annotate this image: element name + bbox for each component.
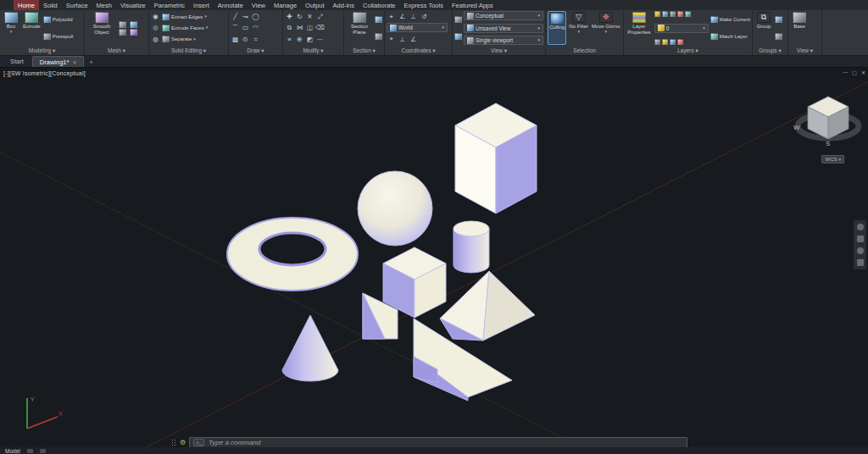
layer-off-icon[interactable] [677, 11, 683, 17]
layer-delete-icon[interactable] [677, 39, 683, 45]
close-icon[interactable]: ✕ [861, 69, 865, 75]
rotate-icon[interactable]: ↻ [295, 12, 304, 21]
torus-shape[interactable] [227, 218, 358, 291]
orbit-icon[interactable] [857, 259, 864, 266]
match-layer-button[interactable]: Match Layer [710, 33, 750, 40]
sphere-shape[interactable] [358, 171, 432, 246]
tab-annotate[interactable]: Annotate [214, 0, 248, 10]
ungroup-icon[interactable] [775, 33, 782, 40]
layer-lock-icon[interactable] [670, 11, 676, 17]
subtract-icon[interactable]: ◎ [151, 23, 160, 32]
extract-edges-button[interactable]: Extract Edges ▾ [162, 14, 208, 20]
ucs-axes-icon[interactable]: Y X [5, 393, 64, 435]
ucs-angle-icon[interactable]: ∠ [398, 12, 407, 21]
layer-thaw-icon[interactable] [662, 39, 668, 45]
no-filter-button[interactable]: ▽ No Filter ▾ [568, 11, 589, 45]
mesh-smooth-more-icon[interactable] [130, 29, 137, 36]
full-navigation-wheel-icon[interactable] [857, 224, 864, 230]
rectangle-icon[interactable]: ▭ [241, 23, 250, 32]
tab-solid[interactable]: Solid [39, 0, 62, 10]
visual-style-select[interactable]: Conceptual ▾ [464, 11, 543, 20]
zoom-icon[interactable] [857, 247, 864, 254]
fillet-icon[interactable]: ◩ [305, 35, 314, 44]
group-edit-icon[interactable] [775, 16, 782, 23]
section-plane-button[interactable]: Section Plane [346, 11, 373, 45]
culling-button[interactable]: Culling [548, 11, 566, 45]
arc-icon[interactable]: ⌒ [231, 23, 240, 32]
panel-label-layers[interactable]: Layers ▾ [624, 46, 752, 55]
pan-icon[interactable] [857, 235, 864, 242]
polyline-icon[interactable]: ↝ [241, 12, 250, 21]
mesh-add-icon[interactable] [130, 21, 137, 28]
file-tab-start[interactable]: Start [3, 56, 31, 67]
circle-icon[interactable]: ◯ [251, 12, 260, 21]
ucs-previous-icon[interactable]: ↺ [420, 12, 429, 21]
base-button[interactable]: Base [790, 11, 809, 45]
tab-featured-apps[interactable]: Featured Apps [448, 0, 498, 10]
tab-collaborate[interactable]: Collaborate [359, 0, 399, 10]
group-button[interactable]: ⧉ Group [754, 11, 773, 45]
ucs-3point-icon[interactable]: ∠ [409, 35, 418, 44]
tab-mesh[interactable]: Mesh [92, 0, 116, 10]
panel-label-view[interactable]: View ▾ [453, 46, 545, 55]
layer-unlock-icon[interactable] [654, 39, 660, 45]
scale-icon[interactable]: ⤢ [315, 12, 325, 21]
layout-tab-icon[interactable] [27, 449, 33, 453]
viewport-controls-label[interactable]: [-][SW Isometric][Conceptual] [3, 70, 86, 76]
ucs-origin-icon[interactable]: ⌖ [387, 35, 396, 44]
panel-label-view-base[interactable]: View ▾ [788, 46, 821, 55]
point-icon[interactable]: ⊙ [241, 35, 250, 44]
tab-view[interactable]: View [248, 0, 270, 10]
minimize-icon[interactable]: — [843, 69, 848, 75]
more-icon[interactable]: ⋯ [315, 35, 325, 44]
hatch-icon[interactable]: ▩ [231, 35, 240, 44]
tab-addins[interactable]: Add-ins [329, 0, 359, 10]
wcs-menu[interactable]: WCS ▾ [821, 155, 844, 163]
panel-label-groups[interactable]: Groups ▾ [753, 46, 787, 55]
mesh-refine-icon[interactable] [119, 21, 126, 28]
command-line-grip[interactable] [171, 439, 176, 446]
panel-label-selection[interactable]: Selection [546, 46, 623, 55]
model-tab[interactable]: Model [5, 448, 20, 454]
panel-label-solid-editing[interactable]: Solid Editing ▾ [149, 46, 228, 55]
cone-shape[interactable] [282, 315, 338, 381]
viewport-config-select[interactable]: Single viewport ▾ [464, 36, 543, 45]
viewport-icon[interactable] [454, 33, 462, 40]
panel-label-modify[interactable]: Modify ▾ [283, 46, 343, 55]
intersect-icon[interactable]: ◍ [151, 35, 160, 44]
layer-freeze-icon[interactable] [662, 11, 668, 17]
box-button[interactable]: Box ▾ [2, 11, 20, 45]
named-view-select[interactable]: Unsaved View ▾ [464, 24, 543, 33]
small-cube-shape[interactable] [383, 247, 446, 318]
presspull-button[interactable]: Presspull [43, 33, 74, 40]
move-icon[interactable]: ✚ [285, 12, 294, 21]
move-gizmo-button[interactable]: ✥ Move Gizmo ▾ [591, 11, 621, 45]
layer-on-icon[interactable] [654, 11, 660, 17]
copy-icon[interactable]: ⧉ [285, 23, 294, 32]
close-tab-icon[interactable]: ✕ [72, 59, 76, 65]
tab-express-tools[interactable]: Express Tools [399, 0, 448, 10]
offset-icon[interactable]: ⊕ [295, 35, 304, 44]
ucs-z-icon[interactable]: ⊥ [398, 35, 407, 44]
large-box-shape[interactable] [455, 103, 537, 213]
tab-parametric[interactable]: Parametric [150, 0, 189, 10]
tab-output[interactable]: Output [301, 0, 329, 10]
layer-isolate-icon[interactable] [685, 11, 691, 17]
panel-label-coordinates[interactable]: Coordinates ▾ [385, 46, 452, 55]
layer-select[interactable]: 0 ▾ [654, 24, 709, 33]
spline-icon[interactable]: ≈ [251, 35, 260, 44]
tab-home[interactable]: Home [14, 0, 39, 10]
mirror-icon[interactable]: ⋈ [295, 23, 304, 32]
camera-icon[interactable] [454, 16, 462, 23]
tab-insert[interactable]: Insert [189, 0, 214, 10]
tab-surface[interactable]: Surface [62, 0, 92, 10]
union-icon[interactable]: ◉ [151, 12, 160, 21]
viewcube[interactable]: W S [793, 86, 864, 152]
erase-icon[interactable]: ✕ [305, 12, 314, 21]
drawing-viewport[interactable]: [-][SW Isometric][Conceptual] — ▢ ✕ W S … [0, 68, 868, 447]
file-tab-drawing1[interactable]: Drawing1* ✕ [32, 56, 85, 67]
separate-button[interactable]: Separate ▾ [162, 36, 208, 42]
panel-label-modeling[interactable]: Modeling ▾ [0, 46, 84, 55]
section-generate-icon[interactable] [375, 33, 382, 40]
layer-walk-icon[interactable] [670, 39, 676, 45]
